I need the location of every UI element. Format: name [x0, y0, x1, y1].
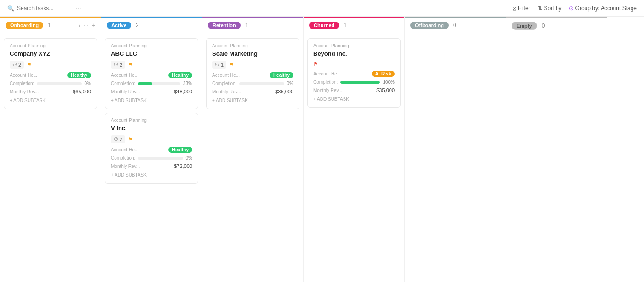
- group-button[interactable]: ⊙ Group by: Account Stage: [569, 5, 637, 12]
- filter-button[interactable]: ⧖ Filter: [512, 5, 530, 12]
- column-header-row-retention: Retention1: [208, 22, 298, 29]
- card-subtask-count: ⚇ 2: [10, 61, 24, 69]
- card-completion-row: Completion:0%: [111, 155, 192, 161]
- search-input[interactable]: [17, 5, 72, 12]
- column-churned: Churned1Account PlanningBeyond Inc.⚑Acco…: [304, 17, 405, 282]
- card-completion-row: Completion:100%: [313, 80, 395, 85]
- card-health-field: Account He...At Risk: [313, 71, 395, 77]
- card-title: Company XYZ: [10, 50, 91, 57]
- card-health-badge: Healthy: [67, 72, 91, 78]
- card-monthly-row: Monthly Rev...$35,000: [313, 87, 395, 93]
- card-icons-row: ⚑: [313, 61, 395, 67]
- card-monthly-row: Monthly Rev...$48,000: [111, 89, 192, 94]
- card-title: V Inc.: [111, 125, 192, 132]
- card-health-label: Account He...: [111, 73, 138, 78]
- card-health-label: Account He...: [313, 71, 341, 76]
- add-subtask-button[interactable]: + ADD SUBTASK: [212, 97, 293, 104]
- more-options-button[interactable]: ···: [76, 5, 81, 12]
- subtask-icon: ⚇: [215, 62, 219, 68]
- card-subtitle: Account Planning: [111, 118, 192, 123]
- card-completion-label: Completion:: [111, 155, 135, 161]
- nav-prev-button[interactable]: ‹: [78, 22, 80, 29]
- flag-yellow-icon: ⚑: [27, 62, 32, 68]
- toolbar-left: 🔍 ···: [7, 5, 81, 12]
- add-subtask-button[interactable]: + ADD SUBTASK: [313, 96, 395, 103]
- sort-button[interactable]: ⇅ Sort by: [538, 5, 562, 12]
- card-progress-bar: [138, 82, 180, 85]
- add-subtask-button[interactable]: + ADD SUBTASK: [111, 97, 192, 104]
- card-completion-label: Completion:: [111, 81, 135, 86]
- card-monthly-label: Monthly Rev...: [111, 89, 140, 94]
- kanban-board: Onboarding1‹···+Account PlanningCompany …: [0, 17, 644, 282]
- card-progress-fill: [138, 82, 152, 85]
- card-completion-pct: 33%: [183, 81, 192, 86]
- column-nav-actions: ‹···+: [78, 22, 95, 29]
- card-title: ABC LLC: [111, 50, 192, 57]
- card-completion-pct: 0%: [287, 81, 293, 86]
- card-progress-bar: [239, 82, 284, 85]
- column-active: Active2Account PlanningABC LLC⚇ 2⚑Accoun…: [101, 17, 202, 282]
- cards-container-churned: Account PlanningBeyond Inc.⚑Account He..…: [304, 35, 404, 282]
- column-onboarding: Onboarding1‹···+Account PlanningCompany …: [0, 17, 101, 282]
- column-count-onboarding: 1: [48, 22, 51, 29]
- card-health-field: Account He...Healthy: [10, 72, 91, 78]
- card-monthly-value: $35,000: [275, 89, 293, 94]
- search-box: 🔍: [7, 5, 72, 12]
- card-health-badge: At Risk: [372, 71, 395, 77]
- card-monthly-row: Monthly Rev...$72,000: [111, 163, 192, 169]
- add-subtask-button[interactable]: + ADD SUBTASK: [10, 97, 91, 104]
- card-subtitle: Account Planning: [313, 43, 395, 48]
- card-subtitle: Account Planning: [10, 43, 91, 48]
- task-card[interactable]: Account PlanningV Inc.⚇ 2⚑Account He...H…: [105, 113, 198, 184]
- task-card[interactable]: Account PlanningABC LLC⚇ 2⚑Account He...…: [105, 38, 198, 109]
- card-completion-pct: 0%: [85, 81, 91, 86]
- card-health-label: Account He...: [10, 73, 37, 78]
- card-completion-row: Completion:0%: [10, 81, 91, 86]
- cards-container-onboarding: Account PlanningCompany XYZ⚇ 2⚑Account H…: [0, 35, 101, 282]
- cards-container-active: Account PlanningABC LLC⚇ 2⚑Account He...…: [101, 35, 202, 282]
- column-count-offboarding: 0: [453, 22, 456, 29]
- toolbar-right: ⧖ Filter ⇅ Sort by ⊙ Group by: Account S…: [512, 5, 637, 12]
- card-health-field: Account He...Healthy: [212, 72, 293, 78]
- column-header-active: Active2: [101, 17, 202, 35]
- task-card[interactable]: Account PlanningCompany XYZ⚇ 2⚑Account H…: [4, 38, 97, 109]
- card-icons-row: ⚇ 2⚑: [111, 135, 192, 143]
- task-card[interactable]: Account PlanningScale Marketing⚇ 1⚑Accou…: [206, 38, 299, 109]
- column-empty: Empty0: [506, 17, 607, 282]
- card-completion-label: Completion:: [212, 81, 236, 86]
- add-subtask-button[interactable]: + ADD SUBTASK: [111, 172, 192, 178]
- card-title: Beyond Inc.: [313, 50, 395, 57]
- card-completion-row: Completion:33%: [111, 81, 192, 86]
- cards-container-offboarding: [405, 35, 506, 282]
- task-card[interactable]: Account PlanningBeyond Inc.⚑Account He..…: [307, 38, 401, 108]
- card-monthly-label: Monthly Rev...: [10, 89, 39, 94]
- toolbar: 🔍 ··· ⧖ Filter ⇅ Sort by ⊙ Group by: Acc…: [0, 0, 644, 17]
- card-subtask-count: ⚇ 2: [111, 61, 125, 69]
- card-monthly-value: $72,000: [174, 163, 192, 169]
- column-header-row-onboarding: Onboarding1‹···+: [6, 22, 95, 29]
- column-badge-offboarding: Offboarding: [410, 22, 448, 29]
- flag-red-icon: ⚑: [313, 61, 318, 67]
- column-header-retention: Retention1: [202, 17, 303, 35]
- subtask-icon: ⚇: [12, 62, 17, 68]
- card-completion-pct: 0%: [186, 155, 192, 161]
- column-badge-churned: Churned: [309, 22, 339, 29]
- card-title: Scale Marketing: [212, 50, 293, 57]
- column-count-churned: 1: [344, 22, 347, 29]
- column-badge-empty: Empty: [512, 22, 537, 30]
- card-health-field: Account He...Healthy: [111, 72, 192, 78]
- card-health-label: Account He...: [212, 73, 240, 78]
- card-progress-bar: [340, 81, 380, 84]
- filter-icon: ⧖: [512, 5, 516, 12]
- column-badge-retention: Retention: [208, 22, 241, 29]
- nav-more-button[interactable]: ···: [83, 22, 89, 29]
- card-icons-row: ⚇ 1⚑: [212, 61, 293, 69]
- nav-add-button[interactable]: +: [92, 22, 95, 29]
- card-completion-pct: 100%: [383, 80, 395, 85]
- card-health-label: Account He...: [111, 147, 138, 152]
- card-subtitle: Account Planning: [111, 43, 192, 48]
- column-badge-active: Active: [107, 22, 131, 29]
- card-health-badge: Healthy: [270, 72, 293, 78]
- card-health-badge: Healthy: [168, 72, 192, 78]
- column-header-empty: Empty0: [506, 17, 607, 35]
